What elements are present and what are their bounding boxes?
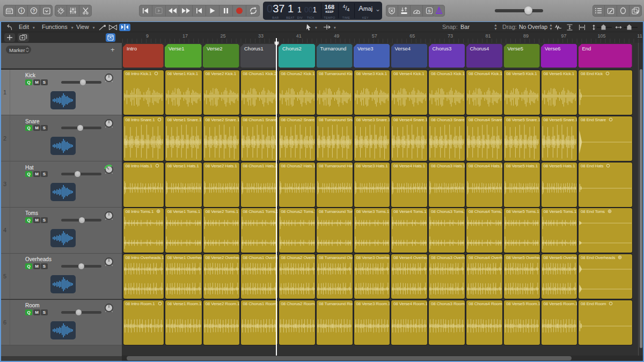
- svg-text:i: i: [21, 8, 22, 13]
- svg-text:?: ?: [32, 8, 35, 13]
- svg-text:S: S: [428, 9, 431, 13]
